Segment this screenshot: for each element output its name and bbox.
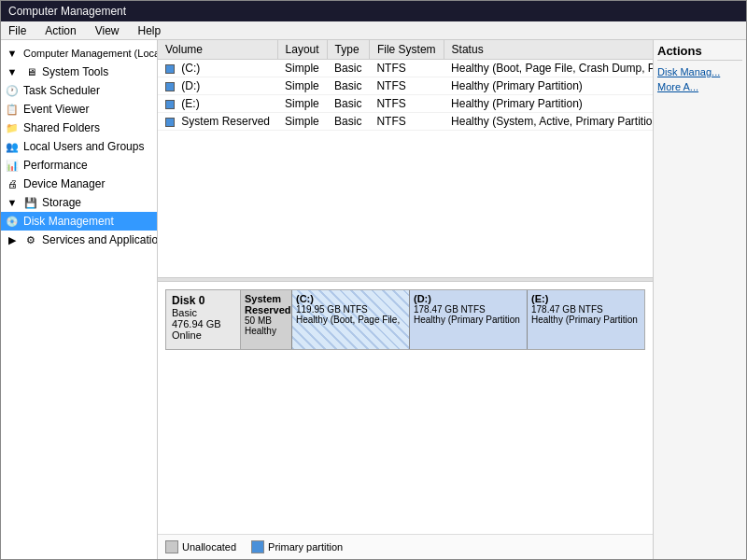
title-text: Computer Management — [8, 5, 126, 18]
title-bar: Computer Management — [1, 1, 746, 21]
d-size: 178.47 GB NTFS — [414, 304, 523, 315]
menu-action[interactable]: Action — [41, 23, 79, 38]
menu-view[interactable]: View — [92, 23, 123, 38]
sidebar-item-system-tools[interactable]: ▼ 🖥 System Tools — [1, 63, 157, 81]
sidebar-storage-label: Storage — [42, 196, 81, 209]
sidebar-system-tools-label: System Tools — [42, 65, 108, 78]
disk0-size: 476.94 GB — [172, 318, 234, 329]
cell-layout: Simple — [277, 95, 327, 113]
table-row[interactable]: (D:) Simple Basic NTFS Healthy (Primary … — [158, 77, 653, 95]
sidebar-root-label: Computer Management (Local) — [23, 48, 158, 59]
system-tools-icon: 🖥 — [23, 64, 38, 79]
c-label: (C:) — [296, 293, 405, 304]
cell-fs: NTFS — [369, 60, 444, 77]
action-disk-manage[interactable]: Disk Manag... — [657, 66, 742, 77]
table-row[interactable]: System Reserved Simple Basic NTFS Health… — [158, 113, 653, 131]
cell-status: Healthy (System, Active, Primary Partiti… — [444, 113, 653, 131]
sidebar-shared-folders-label: Shared Folders — [23, 121, 100, 134]
cell-layout: Simple — [277, 113, 327, 131]
disk0-type: Basic — [172, 307, 234, 318]
cell-layout: Simple — [277, 77, 327, 95]
col-type: Type — [327, 40, 369, 60]
sidebar-performance-label: Performance — [23, 159, 88, 172]
disk-visual-area: Disk 0 Basic 476.94 GB Online System Res… — [158, 282, 653, 534]
actions-title: Actions — [657, 44, 742, 61]
table-row[interactable]: (C:) Simple Basic NTFS Healthy (Boot, Pa… — [158, 60, 653, 77]
vol-color-box — [165, 100, 175, 109]
content-area: Volume Layout Type File System Status C … — [158, 40, 653, 559]
legend-unallocated-box — [165, 540, 178, 553]
sidebar-device-manager-label: Device Manager — [23, 177, 105, 190]
sidebar-item-task-scheduler[interactable]: 🕐 Task Scheduler — [1, 81, 157, 100]
sidebar-task-scheduler-label: Task Scheduler — [23, 84, 100, 97]
sidebar-local-users-label: Local Users and Groups — [23, 140, 144, 153]
e-size: 178.47 GB NTFS — [531, 304, 641, 315]
partition-c[interactable]: (C:) 119.95 GB NTFS Healthy (Boot, Page … — [292, 290, 410, 349]
menu-help[interactable]: Help — [134, 23, 165, 38]
action-more[interactable]: More A... — [657, 81, 742, 92]
device-manager-icon: 🖨 — [5, 176, 20, 191]
services-expand-icon: ▶ — [5, 232, 20, 247]
event-viewer-icon: 📋 — [5, 102, 20, 117]
legend-area: Unallocated Primary partition — [158, 534, 653, 559]
partition-e[interactable]: (E:) 178.47 GB NTFS Healthy (Primary Par… — [528, 290, 644, 349]
menu-bar: File Action View Help — [1, 21, 746, 40]
cell-volume: System Reserved — [158, 113, 277, 131]
cell-status: Healthy (Primary Partition) — [444, 77, 653, 95]
performance-icon: 📊 — [5, 158, 20, 173]
c-size: 119.95 GB NTFS — [296, 304, 405, 315]
sidebar-item-root[interactable]: ▼ Computer Management (Local) — [1, 44, 157, 63]
sidebar-item-disk-management[interactable]: 💿 Disk Management — [1, 212, 157, 231]
table-row[interactable]: (E:) Simple Basic NTFS Healthy (Primary … — [158, 95, 653, 113]
c-status: Healthy (Boot, Page File, — [296, 315, 405, 325]
vol-color-box — [165, 118, 175, 127]
sidebar-item-shared-folders[interactable]: 📁 Shared Folders — [1, 119, 157, 137]
legend-primary-label: Primary partition — [268, 541, 343, 553]
cell-fs: NTFS — [369, 113, 444, 131]
main-layout: ▼ Computer Management (Local) ▼ 🖥 System… — [1, 40, 746, 559]
d-status: Healthy (Primary Partition — [414, 315, 523, 325]
cell-volume: (E:) — [158, 95, 277, 113]
legend-primary: Primary partition — [251, 540, 343, 553]
local-users-icon: 👥 — [5, 139, 20, 154]
partition-d[interactable]: (D:) 178.47 GB NTFS Healthy (Primary Par… — [410, 290, 528, 349]
sidebar-item-services[interactable]: ▶ ⚙ Services and Applications — [1, 231, 157, 249]
actions-panel: Actions Disk Manag... More A... — [653, 40, 746, 559]
disk-table[interactable]: Volume Layout Type File System Status C … — [158, 40, 653, 277]
cell-type: Basic — [327, 95, 369, 113]
cell-volume: (D:) — [158, 77, 277, 95]
partition-system-reserved[interactable]: System Reserved 50 MB Healthy — [241, 290, 292, 349]
col-layout: Layout — [277, 40, 327, 60]
sysres-status: Healthy — [245, 326, 288, 336]
sysres-label: System Reserved — [245, 293, 288, 315]
sidebar-item-event-viewer[interactable]: 📋 Event Viewer — [1, 100, 157, 119]
table-header-row: Volume Layout Type File System Status C — [158, 40, 653, 60]
volumes-table: Volume Layout Type File System Status C … — [158, 40, 653, 131]
sidebar-item-storage[interactable]: ▼ 💾 Storage — [1, 193, 157, 212]
col-volume: Volume — [158, 40, 277, 60]
app-window: Computer Management File Action View Hel… — [0, 0, 747, 560]
cell-fs: NTFS — [369, 95, 444, 113]
sidebar-item-local-users[interactable]: 👥 Local Users and Groups — [1, 137, 157, 156]
cell-type: Basic — [327, 77, 369, 95]
sysres-size: 50 MB — [245, 315, 288, 326]
col-status: Status — [444, 40, 653, 60]
legend-primary-box — [251, 540, 264, 553]
storage-expand-icon: ▼ — [5, 195, 20, 210]
legend-unallocated-label: Unallocated — [182, 541, 236, 553]
system-tools-expand-icon: ▼ — [5, 64, 20, 79]
col-filesystem: File System — [369, 40, 444, 60]
menu-file[interactable]: File — [5, 23, 30, 38]
cell-type: Basic — [327, 60, 369, 77]
disk0-info: Disk 0 Basic 476.94 GB Online — [166, 290, 241, 349]
sidebar-item-device-manager[interactable]: 🖨 Device Manager — [1, 175, 157, 193]
vol-color-box — [165, 82, 175, 91]
cell-volume: (C:) — [158, 60, 277, 77]
sidebar-event-viewer-label: Event Viewer — [23, 103, 89, 116]
cell-status: Healthy (Primary Partition) — [444, 95, 653, 113]
disk-management-icon: 💿 — [5, 214, 20, 229]
services-icon: ⚙ — [23, 232, 38, 247]
sidebar-item-performance[interactable]: 📊 Performance — [1, 156, 157, 175]
storage-icon: 💾 — [23, 195, 38, 210]
disk0-partitions: System Reserved 50 MB Healthy (C:) 119.9… — [241, 290, 644, 349]
